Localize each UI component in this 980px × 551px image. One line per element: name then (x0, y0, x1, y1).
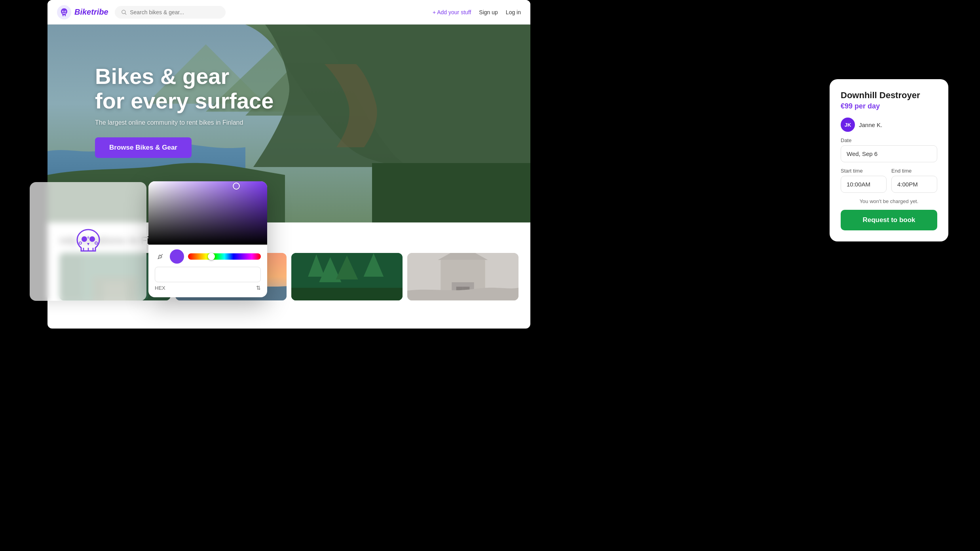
navbar: Biketribe + Add your stuff Sign up Log i… (47, 0, 530, 25)
start-time-col: Start time 10:00AM (841, 162, 887, 193)
search-bar[interactable] (115, 6, 226, 19)
search-icon (121, 9, 127, 15)
color-picker-panel: #7C3AED HEX ⇅ (148, 181, 267, 297)
owner-row: JK Janne K. (841, 118, 937, 132)
svg-point-5 (63, 11, 64, 12)
nav-right: + Add your stuff Sign up Log in (433, 9, 521, 15)
svg-point-6 (65, 11, 66, 12)
add-stuff-link[interactable]: + Add your stuff (433, 9, 471, 15)
hero-subtitle: The largest online community to rent bik… (95, 119, 273, 126)
svg-rect-2 (65, 15, 66, 16)
color-picker-cursor[interactable] (233, 182, 240, 190)
hex-label-row: HEX ⇅ (148, 282, 267, 291)
login-link[interactable]: Log in (506, 9, 521, 15)
start-time-label: Start time (841, 168, 887, 174)
hue-slider[interactable] (188, 253, 261, 260)
booking-card-title: Downhill Destroyer (841, 90, 937, 101)
color-picker-controls (148, 245, 267, 264)
hero-content: Bikes & gear for every surface The large… (95, 64, 273, 158)
hero-title: Bikes & gear for every surface (95, 64, 273, 113)
booking-card: Downhill Destroyer €99 per day JK Janne … (830, 79, 948, 241)
end-time-col: End time 4:00PM (891, 162, 937, 193)
hex-label: HEX (155, 285, 165, 291)
signup-link[interactable]: Sign up (479, 9, 498, 15)
date-input[interactable]: Wed, Sep 6 (841, 145, 937, 162)
charge-note: You won't be charged yet. (841, 198, 937, 204)
booking-card-price: €99 per day (841, 102, 937, 110)
hex-input-row: #7C3AED (148, 264, 267, 282)
svg-rect-1 (63, 15, 64, 16)
logo[interactable]: Biketribe (57, 5, 108, 19)
hue-slider-thumb[interactable] (208, 253, 215, 260)
color-gradient-canvas[interactable] (148, 181, 267, 245)
owner-name: Janne K. (859, 122, 882, 128)
location-card-4[interactable] (407, 253, 518, 300)
color-swatch-preview (170, 249, 184, 264)
skull-icon (72, 226, 104, 257)
start-time-input[interactable]: 10:00AM (841, 176, 887, 193)
request-to-book-button[interactable]: Request to book (841, 210, 937, 230)
location-card-3[interactable] (291, 253, 403, 300)
hex-format-selector[interactable]: ⇅ (256, 285, 261, 291)
end-time-label: End time (891, 168, 937, 174)
svg-point-33 (95, 242, 97, 244)
eyedropper-icon (157, 253, 164, 260)
browse-bikes-gear-button[interactable]: Browse Bikes & Gear (95, 137, 192, 158)
owner-avatar: JK (841, 118, 855, 132)
svg-point-32 (79, 242, 82, 244)
eyedropper-button[interactable] (155, 251, 166, 262)
search-input[interactable] (130, 9, 219, 15)
biketribe-logo-icon (57, 5, 71, 19)
date-label: Date (841, 137, 937, 143)
hex-input[interactable]: #7C3AED (155, 267, 261, 282)
logo-text: Biketribe (74, 8, 108, 17)
svg-point-27 (82, 236, 87, 242)
skull-icon-card (30, 182, 146, 301)
end-time-input[interactable]: 4:00PM (891, 176, 937, 193)
time-fields-row: Start time 10:00AM End time 4:00PM (841, 162, 937, 193)
svg-rect-21 (291, 288, 403, 300)
svg-point-28 (89, 236, 95, 242)
